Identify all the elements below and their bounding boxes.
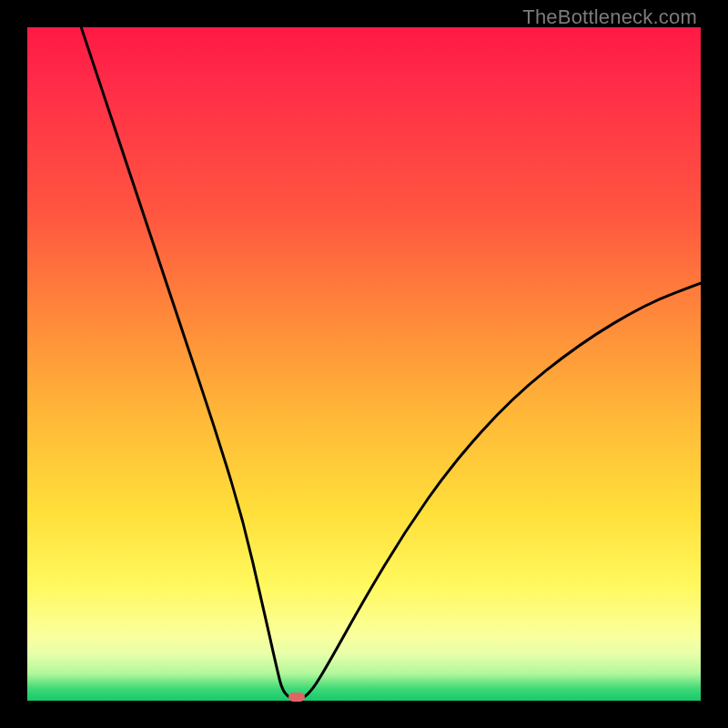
chart-area <box>27 27 701 701</box>
watermark-text: TheBottleneck.com <box>522 5 697 29</box>
bottleneck-curve <box>27 27 701 701</box>
outer-frame: TheBottleneck.com <box>0 0 728 728</box>
optimal-marker <box>288 693 305 702</box>
